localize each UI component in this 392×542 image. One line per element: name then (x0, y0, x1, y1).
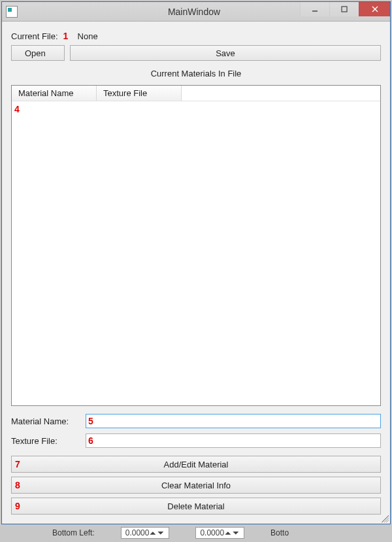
open-button-holder: 2 Open (11, 45, 65, 61)
material-name-row: Material Name: 5 (11, 414, 381, 428)
marker-4: 4 (14, 104, 20, 114)
minimize-button[interactable] (300, 2, 329, 16)
section-header: Current Materials In File (11, 65, 381, 81)
texture-file-row: Texture File: 6 (11, 433, 381, 448)
current-file-label: Current File: (11, 31, 58, 41)
table-header-row: Material Name Texture File (12, 86, 380, 101)
svg-rect-1 (342, 7, 347, 12)
minimize-icon (311, 5, 319, 13)
maximize-icon (340, 5, 348, 13)
current-file-row: Current File: 1 None (11, 31, 381, 41)
client-area: Current File: 1 None 2 Open 3 Save Curre… (2, 22, 390, 524)
column-header-material-name[interactable]: Material Name (12, 86, 97, 101)
texture-file-input[interactable] (86, 433, 381, 448)
material-name-label: Material Name: (11, 416, 82, 426)
material-name-input[interactable] (86, 414, 381, 428)
column-header-texture-file[interactable]: Texture File (97, 86, 182, 101)
marker-1: 1 (63, 31, 73, 41)
current-file-value: None (78, 31, 98, 41)
background-window-fragment: Bottom Left: 0.0000⏶⏷ 0.0000⏶⏷ Botto (0, 526, 392, 539)
main-window: MainWindow Current File: 1 None 2 Open (1, 1, 391, 524)
clear-button-label: Clear Material Info (161, 481, 231, 490)
save-button[interactable]: Save (70, 45, 381, 61)
materials-table[interactable]: Material Name Texture File 4 (11, 85, 381, 406)
bg-spin-2: 0.0000⏶⏷ (195, 527, 244, 539)
open-button-label: Open (25, 48, 46, 58)
maximize-button[interactable] (329, 2, 359, 16)
texture-file-input-holder: 6 (86, 433, 381, 448)
delete-material-button[interactable]: Delete Material (11, 498, 381, 515)
clear-material-info-button[interactable]: Clear Material Info (11, 477, 381, 494)
bg-label-bottom-right: Botto (270, 528, 289, 537)
table-body[interactable]: 4 (12, 101, 380, 405)
delete-row: 9 Delete Material (11, 498, 381, 515)
clear-row: 8 Clear Material Info (11, 477, 381, 494)
bg-spin-1: 0.0000⏶⏷ (121, 527, 170, 539)
delete-button-label: Delete Material (167, 501, 224, 511)
add-edit-button-label: Add/Edit Material (164, 460, 229, 469)
app-icon (6, 6, 18, 18)
close-button[interactable] (359, 2, 390, 16)
add-edit-row: 7 Add/Edit Material (11, 456, 381, 473)
save-button-holder: 3 Save (70, 45, 381, 61)
open-save-row: 2 Open 3 Save (11, 45, 381, 61)
texture-file-label: Texture File: (11, 436, 82, 446)
open-button[interactable]: Open (11, 45, 65, 61)
add-edit-material-button[interactable]: Add/Edit Material (11, 456, 381, 473)
resize-grip-icon[interactable] (380, 513, 389, 522)
save-button-label: Save (216, 48, 235, 58)
material-name-input-holder: 5 (86, 414, 381, 428)
close-icon (371, 5, 379, 13)
titlebar[interactable]: MainWindow (2, 2, 390, 22)
window-controls (300, 2, 390, 16)
bg-label-bottom-left: Bottom Left: (52, 528, 95, 537)
